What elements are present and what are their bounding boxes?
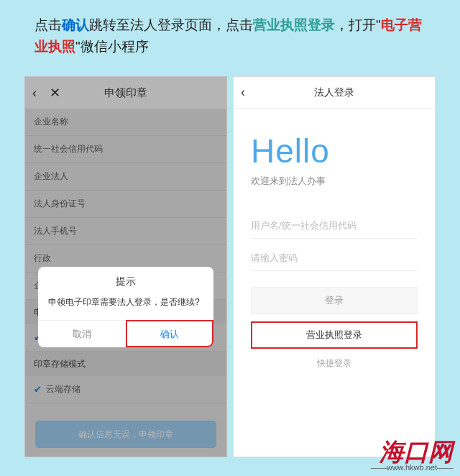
- phone-apply-seal: ‹ ✕ 申领印章 企业名称 统一社会信用代码 企业法人 法人身份证号 法人手机号…: [24, 76, 227, 457]
- p2-header: ‹ 法人登录: [234, 77, 435, 109]
- welcome-text: 欢迎来到法人办事: [251, 175, 435, 188]
- watermark-url: ——www.hkwb.net——: [371, 463, 453, 472]
- confirm-button[interactable]: 确认: [126, 321, 214, 347]
- hl-biz-login: 营业执照登录: [253, 17, 335, 32]
- username-input[interactable]: 用户名/统一社会信用代码: [251, 219, 418, 239]
- dialog-title: 提示: [38, 275, 213, 288]
- p2-title: 法人登录: [234, 86, 435, 99]
- login-button[interactable]: 登录: [251, 287, 418, 314]
- watermark-logo: 海口网: [371, 440, 453, 464]
- cancel-button[interactable]: 取消: [38, 321, 126, 347]
- dialog-message: 申领电子印章需要法人登录，是否继续?: [38, 296, 213, 320]
- password-input[interactable]: 请输入密码: [251, 252, 418, 271]
- hello-text: Hello: [251, 132, 435, 170]
- watermark: 海口网 ——www.hkwb.net——: [371, 440, 453, 472]
- dialog-actions: 取消 确认: [38, 320, 213, 347]
- biz-license-login-button[interactable]: 营业执照登录: [251, 321, 418, 349]
- instruction-text: 点击确认跳转至法人登录页面，点击营业执照登录，打开"电子营业执照"微信小程序: [34, 14, 426, 58]
- phone-legal-login: ‹ 法人登录 Hello 欢迎来到法人办事 用户名/统一社会信用代码 请输入密码…: [233, 76, 436, 457]
- hl-confirm: 确认: [62, 17, 89, 32]
- quick-login-link[interactable]: 快捷登录: [234, 357, 435, 370]
- dialog-tip: 提示 申领电子印章需要法人登录，是否继续? 取消 确认: [38, 267, 213, 347]
- back-icon[interactable]: ‹: [241, 85, 245, 100]
- phones-container: ‹ ✕ 申领印章 企业名称 统一社会信用代码 企业法人 法人身份证号 法人手机号…: [0, 76, 460, 457]
